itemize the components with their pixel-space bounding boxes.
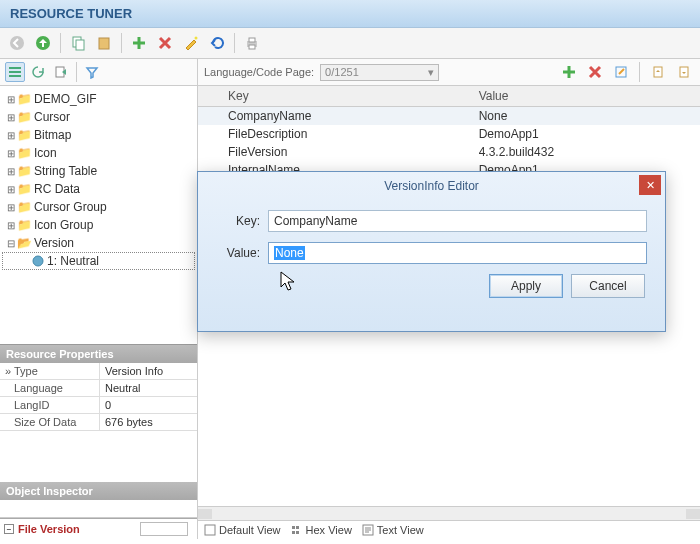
copy-icon[interactable] — [67, 32, 89, 54]
svg-rect-21 — [296, 531, 299, 534]
left-panel: ⊞📁DEMO_GIF ⊞📁Cursor ⊞📁Bitmap ⊞📁Icon ⊞📁St… — [0, 59, 198, 539]
table-row[interactable]: CompanyNameNone — [198, 107, 700, 126]
collapse-icon[interactable]: − — [4, 524, 14, 534]
delete-icon[interactable] — [585, 62, 605, 82]
tab-hex-view[interactable]: Hex View — [291, 524, 352, 536]
file-version-input[interactable] — [140, 522, 188, 536]
folder-icon: 📁 — [17, 164, 32, 178]
svg-rect-7 — [249, 38, 255, 42]
key-label: Key: — [216, 214, 260, 228]
right-toolbar: Language/Code Page: 0/1251▾ — [198, 59, 700, 86]
export-icon[interactable] — [51, 62, 71, 82]
svg-rect-17 — [205, 525, 215, 535]
table-row[interactable]: FileDescriptionDemoApp1 — [198, 125, 700, 143]
value-label: Value: — [216, 246, 260, 260]
col-value[interactable]: Value — [469, 86, 700, 107]
print-icon[interactable] — [241, 32, 263, 54]
folder-icon: 📁 — [17, 110, 32, 124]
filter-icon[interactable] — [82, 62, 102, 82]
add-icon[interactable] — [128, 32, 150, 54]
svg-rect-3 — [76, 40, 84, 50]
resource-properties: Resource Properties » TypeVersion Info L… — [0, 344, 197, 431]
app-title: RESOURCE TUNER — [0, 0, 700, 28]
prop-row: LanguageNeutral — [0, 380, 197, 397]
horizontal-scrollbar[interactable] — [198, 506, 700, 520]
svg-point-5 — [195, 37, 198, 40]
inspector-header: Object Inspector — [0, 482, 197, 500]
prop-row: » TypeVersion Info — [0, 363, 197, 380]
key-input[interactable]: CompanyName — [268, 210, 647, 232]
tree-item[interactable]: ⊞📁String Table — [2, 162, 195, 180]
tab-default-view[interactable]: Default View — [204, 524, 281, 536]
prop-row: Size Of Data676 bytes — [0, 414, 197, 431]
svg-rect-10 — [9, 71, 21, 73]
folder-icon: 📁 — [17, 182, 32, 196]
view-tabs: Default View Hex View Text View — [198, 520, 700, 539]
wizard-icon[interactable] — [180, 32, 202, 54]
tree-item[interactable]: ⊟📂Version — [2, 234, 195, 252]
folder-icon: 📁 — [17, 218, 32, 232]
version-icon — [31, 254, 45, 268]
apply-button[interactable]: Apply — [489, 274, 563, 298]
dialog-title: VersionInfo Editor ✕ — [198, 172, 665, 200]
tree-item[interactable]: ⊞📁Icon — [2, 144, 195, 162]
lang-select[interactable]: 0/1251▾ — [320, 64, 438, 81]
delete-icon[interactable] — [154, 32, 176, 54]
col-key[interactable]: Key — [218, 86, 469, 107]
svg-point-0 — [10, 36, 24, 50]
undo-icon[interactable] — [206, 32, 228, 54]
tree-item[interactable]: ⊞📁Cursor Group — [2, 198, 195, 216]
edit-icon[interactable] — [611, 62, 631, 82]
tree-item[interactable]: ⊞📁RC Data — [2, 180, 195, 198]
left-toolbar — [0, 59, 197, 86]
folder-icon: 📁 — [17, 200, 32, 214]
table-row[interactable]: FileVersion4.3.2.build432 — [198, 143, 700, 161]
move-up-icon[interactable] — [648, 62, 668, 82]
list-view-icon[interactable] — [5, 62, 25, 82]
value-input[interactable]: None — [268, 242, 647, 264]
svg-rect-18 — [292, 526, 295, 529]
lang-label: Language/Code Page: — [204, 66, 314, 78]
folder-icon: 📁 — [17, 128, 32, 142]
chevron-down-icon: ▾ — [428, 66, 434, 79]
paste-icon[interactable] — [93, 32, 115, 54]
add-icon[interactable] — [559, 62, 579, 82]
resource-tree[interactable]: ⊞📁DEMO_GIF ⊞📁Cursor ⊞📁Bitmap ⊞📁Icon ⊞📁St… — [0, 86, 197, 344]
folder-icon: 📁 — [17, 146, 32, 160]
svg-rect-8 — [249, 45, 255, 49]
file-version-label: File Version — [18, 523, 80, 535]
tree-item[interactable]: ⊞📁Cursor — [2, 108, 195, 126]
folder-open-icon: 📂 — [17, 236, 32, 250]
tree-item[interactable]: ⊞📁Bitmap — [2, 126, 195, 144]
svg-rect-20 — [292, 531, 295, 534]
tree-item[interactable]: ⊞📁DEMO_GIF — [2, 90, 195, 108]
refresh-icon[interactable] — [28, 62, 48, 82]
svg-rect-4 — [99, 38, 109, 49]
file-version-row[interactable]: − File Version — [0, 518, 197, 539]
up-icon[interactable] — [32, 32, 54, 54]
main-toolbar — [0, 28, 700, 59]
prop-row: LangID0 — [0, 397, 197, 414]
svg-rect-9 — [9, 67, 21, 69]
move-down-icon[interactable] — [674, 62, 694, 82]
svg-rect-19 — [296, 526, 299, 529]
tree-item[interactable]: ⊞📁Icon Group — [2, 216, 195, 234]
versioninfo-editor-dialog: VersionInfo Editor ✕ Key: CompanyName Va… — [197, 171, 666, 332]
close-button[interactable]: ✕ — [639, 175, 661, 195]
cancel-button[interactable]: Cancel — [571, 274, 645, 298]
svg-rect-11 — [9, 75, 21, 77]
back-icon[interactable] — [6, 32, 28, 54]
props-header: Resource Properties — [0, 345, 197, 363]
folder-icon: 📁 — [17, 92, 32, 106]
svg-point-13 — [33, 256, 43, 266]
tab-text-view[interactable]: Text View — [362, 524, 424, 536]
tree-item-selected[interactable]: 1: Neutral — [2, 252, 195, 270]
